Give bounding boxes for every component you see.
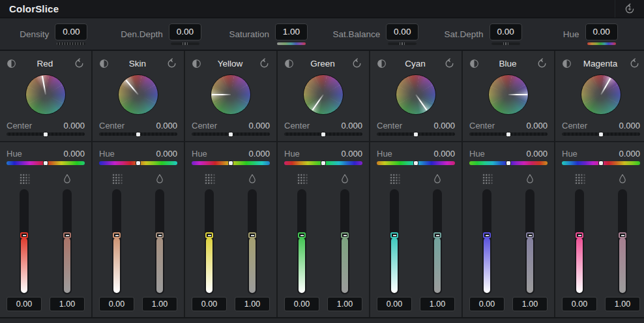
bypass-button[interactable]	[284, 59, 294, 69]
density-vslider-handle[interactable]	[205, 232, 213, 238]
center-slider-handle[interactable]	[43, 132, 48, 137]
hue-slider-track[interactable]	[469, 161, 548, 165]
hue-value[interactable]: 0.000	[433, 149, 455, 159]
sat-depth-mini-slider[interactable]	[491, 42, 520, 45]
saturation-vslider-handle[interactable]	[526, 232, 534, 238]
density-mini-slider[interactable]	[57, 42, 85, 45]
hue-value[interactable]: 0.000	[341, 149, 362, 159]
hue-wheel[interactable]	[581, 74, 621, 115]
saturation-vslider-handle[interactable]	[156, 232, 164, 238]
density-vslider[interactable]	[390, 189, 399, 294]
density-value-field[interactable]: 0.00	[562, 297, 597, 311]
reset-slice-button[interactable]	[629, 58, 640, 69]
hue-slider-handle[interactable]	[413, 161, 418, 166]
reset-slice-button[interactable]	[444, 58, 455, 69]
bypass-button[interactable]	[192, 59, 201, 69]
hue-value[interactable]: 0.000	[156, 149, 177, 159]
saturation-value-field[interactable]: 1.00	[235, 297, 270, 311]
hue-value[interactable]: 0.000	[619, 149, 640, 159]
hue-value[interactable]: 0.000	[248, 149, 270, 159]
reset-slice-button[interactable]	[351, 58, 362, 69]
reset-slice-button[interactable]	[166, 58, 177, 69]
saturation-vslider[interactable]	[525, 189, 534, 294]
density-vslider[interactable]	[297, 189, 306, 294]
center-slider-handle[interactable]	[413, 132, 418, 137]
density-vslider-handle[interactable]	[483, 232, 491, 238]
sat-balance-mini-slider[interactable]	[388, 42, 417, 45]
saturation-vslider-handle[interactable]	[248, 232, 256, 238]
hue-slider-handle[interactable]	[598, 161, 604, 166]
density-vslider[interactable]	[112, 189, 121, 294]
hue-wheel[interactable]	[118, 74, 158, 115]
center-value[interactable]: 0.000	[341, 121, 362, 131]
density-value-field[interactable]: 0.00	[192, 297, 227, 311]
hue-wheel[interactable]	[25, 74, 66, 115]
center-value[interactable]: 0.000	[433, 121, 455, 131]
center-slider[interactable]	[469, 132, 548, 136]
center-slider-handle[interactable]	[321, 132, 326, 137]
hue-value-field[interactable]: 0.00	[585, 23, 618, 40]
saturation-mini-slider[interactable]	[277, 42, 306, 45]
center-slider-handle[interactable]	[506, 132, 511, 137]
hue-slider-handle[interactable]	[228, 161, 233, 166]
saturation-vslider-handle[interactable]	[433, 232, 441, 238]
center-value[interactable]: 0.000	[63, 121, 85, 131]
density-vslider-handle[interactable]	[113, 232, 121, 238]
bypass-button[interactable]	[469, 59, 479, 69]
center-slider-handle[interactable]	[136, 132, 141, 137]
hue-wheel[interactable]	[303, 74, 344, 115]
center-value[interactable]: 0.000	[156, 121, 177, 131]
sat-balance-value-field[interactable]: 0.00	[386, 23, 418, 40]
center-slider[interactable]	[192, 132, 270, 136]
center-slider[interactable]	[284, 132, 362, 136]
density-vslider-handle[interactable]	[20, 232, 28, 238]
bypass-button[interactable]	[562, 59, 572, 69]
saturation-value-field[interactable]: 1.00	[275, 23, 308, 40]
center-slider[interactable]	[377, 132, 455, 136]
saturation-vslider[interactable]	[248, 189, 257, 294]
reset-slice-button[interactable]	[536, 58, 548, 69]
hue-slider-track[interactable]	[562, 161, 640, 165]
reset-slice-button[interactable]	[259, 58, 270, 69]
density-value-field[interactable]: 0.00	[469, 297, 505, 311]
bypass-button[interactable]	[7, 59, 16, 69]
center-slider[interactable]	[562, 132, 640, 136]
density-vslider-handle[interactable]	[298, 232, 306, 238]
density-value-field[interactable]: 0.00	[7, 297, 42, 311]
saturation-vslider[interactable]	[63, 189, 72, 294]
saturation-value-field[interactable]: 1.00	[327, 297, 362, 311]
hue-mini-slider[interactable]	[587, 42, 616, 45]
saturation-vslider[interactable]	[433, 189, 442, 294]
den-depth-mini-slider[interactable]	[171, 42, 199, 45]
density-vslider[interactable]	[205, 189, 214, 294]
saturation-value-field[interactable]: 1.00	[512, 297, 548, 311]
sat-depth-value-field[interactable]: 0.00	[490, 23, 522, 40]
center-slider-handle[interactable]	[228, 132, 233, 137]
density-vslider[interactable]	[20, 189, 29, 294]
hue-value[interactable]: 0.000	[526, 149, 548, 159]
hue-slider-handle[interactable]	[136, 161, 141, 166]
hue-wheel[interactable]	[396, 74, 436, 115]
center-slider[interactable]	[7, 132, 85, 136]
bypass-button[interactable]	[99, 59, 109, 69]
density-value-field[interactable]: 0.00	[99, 297, 134, 311]
hue-slider-handle[interactable]	[321, 161, 326, 166]
density-vslider[interactable]	[575, 189, 584, 294]
density-vslider[interactable]	[482, 189, 491, 294]
hue-slider-track[interactable]	[284, 161, 362, 165]
density-vslider-handle[interactable]	[576, 232, 583, 238]
density-value-field[interactable]: 0.00	[377, 297, 412, 311]
reset-slice-button[interactable]	[74, 58, 85, 69]
hue-slider-track[interactable]	[192, 161, 270, 165]
saturation-vslider[interactable]	[618, 189, 627, 294]
saturation-value-field[interactable]: 1.00	[142, 297, 177, 311]
saturation-value-field[interactable]: 1.00	[605, 297, 640, 311]
saturation-value-field[interactable]: 1.00	[420, 297, 455, 311]
bypass-button[interactable]	[377, 59, 387, 69]
density-value-field[interactable]: 0.00	[55, 23, 87, 40]
center-value[interactable]: 0.000	[619, 121, 640, 131]
hue-wheel[interactable]	[211, 74, 251, 115]
center-value[interactable]: 0.000	[526, 121, 548, 131]
hue-slider-track[interactable]	[7, 161, 85, 165]
center-slider-handle[interactable]	[598, 132, 604, 137]
